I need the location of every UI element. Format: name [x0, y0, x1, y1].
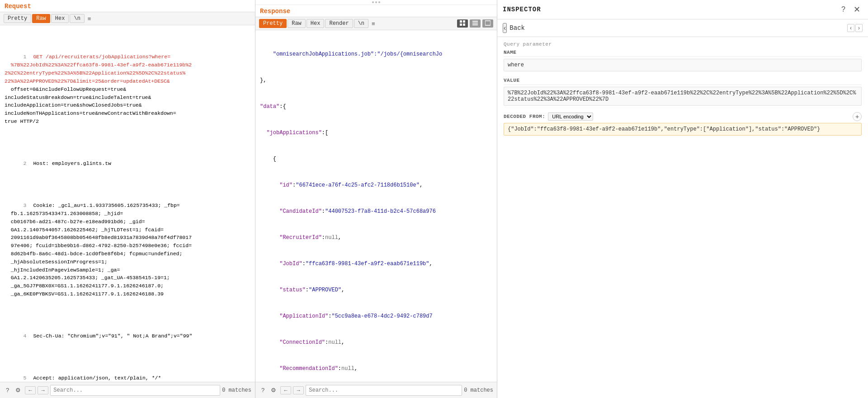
request-line-4: 4Sec-Ch-Ua: "Chromium";v="91", " Not;A B… [5, 323, 250, 349]
svg-rect-2 [460, 23, 462, 26]
response-tab-bar: Pretty Raw Hex Render \n ≡ [255, 17, 497, 30]
name-field-box: NAME where [504, 50, 862, 71]
request-tab-bar: Pretty Raw Hex \n ≡ [0, 12, 255, 25]
request-bottom-bar: ? ⚙ ← → 0 matches [0, 382, 255, 398]
view-expand-btn[interactable] [482, 19, 493, 28]
request-line-3: 3Cookie: _gcl_au=1.1.933735605.162573543… [5, 192, 250, 307]
response-bottom-bar: ? ⚙ ← → 0 matches [255, 382, 497, 398]
tab-raw-response[interactable]: Raw [288, 19, 306, 28]
response-title: Response [255, 5, 497, 17]
svg-rect-4 [472, 21, 478, 22]
view-grid-btn[interactable] [457, 19, 468, 28]
response-next-btn[interactable]: → [293, 386, 304, 394]
tab-menu-request[interactable]: ≡ [85, 14, 94, 23]
response-prev-btn[interactable]: ← [280, 386, 291, 394]
inspector-title-bar: INSPECTOR ? ✕ [497, 0, 868, 19]
tab-newline-request[interactable]: \n [70, 14, 84, 23]
inspector-nav: ‹ › [847, 24, 863, 32]
response-content: "omnisearchJobApplications.job":"/jobs/{… [255, 30, 497, 382]
inspector-section: Query parameter NAME where VALUE %7B%22J… [497, 37, 868, 140]
request-next-btn[interactable]: → [38, 386, 48, 394]
request-content: 1GET /api/recruiterats/jobApplications?w… [0, 25, 255, 382]
inspector-back-bar: ‹ Back ‹ › [497, 19, 868, 37]
svg-rect-1 [463, 20, 465, 23]
view-list-btn[interactable] [470, 19, 481, 28]
inspector-title: INSPECTOR [503, 6, 541, 13]
inspector-icons: ? ✕ [839, 4, 863, 15]
request-line-2: 2Host: employers.glints.tw [5, 150, 250, 176]
decoded-bar: DECODED FROM: URL encoding Base64 None + [504, 112, 862, 121]
add-decoded-btn[interactable]: + [853, 112, 862, 121]
request-title: Request [0, 0, 255, 12]
response-settings-btn[interactable]: ⚙ [269, 386, 278, 394]
inspector-help-btn[interactable]: ? [839, 5, 848, 14]
tab-newline-response[interactable]: \n [354, 19, 368, 28]
decoded-format-select[interactable]: URL encoding Base64 None [548, 112, 593, 121]
request-line-5: 5Accept: application/json, text/plain, *… [5, 365, 250, 382]
field-name-value: where [504, 59, 862, 71]
request-match-count: 0 matches [222, 387, 251, 393]
svg-rect-0 [460, 20, 462, 23]
tab-hex-response[interactable]: Hex [307, 19, 325, 28]
decoded-value: {"JobId":"ffca63f8-9981-43ef-a9f2-eaab67… [504, 123, 862, 136]
tab-render-response[interactable]: Render [325, 19, 353, 28]
tab-pretty-response[interactable]: Pretty [259, 19, 287, 28]
response-panel: Response Pretty Raw Hex Render \n ≡ "omn… [255, 0, 497, 398]
back-arrow-btn[interactable]: ‹ [503, 23, 507, 33]
response-match-count: 0 matches [464, 387, 493, 393]
value-label: VALUE [504, 78, 862, 85]
response-help-btn[interactable]: ? [259, 386, 267, 394]
svg-rect-3 [463, 23, 465, 26]
request-settings-btn[interactable]: ⚙ [13, 386, 23, 394]
request-help-btn[interactable]: ? [4, 386, 11, 394]
svg-rect-5 [472, 23, 478, 23]
tab-raw-request[interactable]: Raw [32, 14, 50, 23]
decoded-from-label: DECODED FROM: [504, 114, 545, 119]
drag-dots [372, 1, 380, 3]
back-label: Back [509, 24, 525, 32]
tab-menu-response[interactable]: ≡ [369, 19, 377, 28]
field-value-value: %7B%22JobId%22%3A%22ffca63f8-9981-43ef-a… [504, 87, 862, 106]
name-label: NAME [504, 50, 862, 57]
svg-rect-6 [472, 24, 478, 25]
inspector-next-btn[interactable]: › [855, 24, 863, 32]
query-param-label: Query parameter [504, 42, 862, 47]
value-field-box: VALUE %7B%22JobId%22%3A%22ffca63f8-9981-… [504, 78, 862, 106]
request-panel: Request Pretty Raw Hex \n ≡ 1GET /api/re… [0, 0, 255, 398]
drag-handle-top[interactable] [255, 0, 497, 5]
request-search-input[interactable] [50, 385, 220, 396]
inspector-prev-btn[interactable]: ‹ [847, 24, 854, 32]
tab-pretty-request[interactable]: Pretty [4, 14, 31, 23]
svg-rect-7 [485, 21, 491, 25]
response-search-input[interactable] [306, 385, 462, 396]
request-line-1: 1GET /api/recruiterats/jobApplications?w… [5, 44, 250, 135]
inspector-panel: INSPECTOR ? ✕ ‹ Back ‹ › Query parameter… [497, 0, 868, 398]
inspector-close-btn[interactable]: ✕ [851, 4, 863, 15]
request-prev-btn[interactable]: ← [25, 386, 36, 394]
tab-hex-request[interactable]: Hex [51, 14, 69, 23]
